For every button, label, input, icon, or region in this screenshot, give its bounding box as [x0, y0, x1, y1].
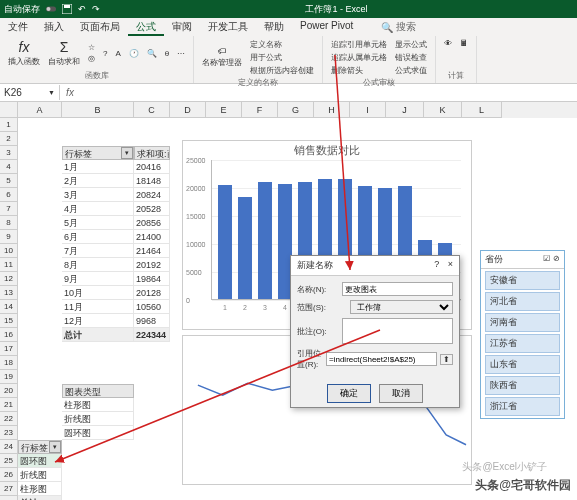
dialog-close-button[interactable]: × — [448, 259, 453, 269]
financial-button[interactable]: ◎ — [86, 53, 97, 64]
autosum-button[interactable]: Σ 自动求和 — [46, 38, 82, 68]
cell[interactable]: 21400 — [134, 230, 170, 244]
trace-dependents-button[interactable]: 追踪从属单元格 — [329, 51, 389, 64]
col-header-C[interactable]: C — [134, 102, 170, 118]
cell[interactable]: 7月 — [62, 244, 134, 258]
cell[interactable]: 圆环图 — [62, 426, 134, 440]
autosave-switch-icon[interactable] — [46, 4, 56, 14]
cell[interactable]: 总计 — [62, 328, 134, 342]
chevron-down-icon[interactable]: ▼ — [48, 89, 55, 96]
bar[interactable] — [218, 185, 232, 299]
slicer-item[interactable]: 河北省 — [485, 292, 560, 311]
col-header-D[interactable]: D — [170, 102, 206, 118]
row-header-26[interactable]: 26 — [0, 468, 18, 482]
bar[interactable] — [258, 182, 272, 299]
row-header-11[interactable]: 11 — [0, 258, 18, 272]
tab-review[interactable]: 审阅 — [164, 18, 200, 36]
calc-options-button[interactable]: 🖩 — [458, 38, 470, 49]
name-input[interactable] — [342, 282, 453, 296]
pivot-filter-button[interactable]: ▾ — [121, 147, 133, 159]
cell[interactable]: 10560 — [134, 300, 170, 314]
row-header-27[interactable]: 27 — [0, 482, 18, 496]
datetime-button[interactable]: 🕐 — [127, 48, 141, 59]
insert-function-button[interactable]: fx 插入函数 — [6, 38, 42, 68]
text-fn-button[interactable]: A — [113, 48, 122, 59]
tab-help[interactable]: 帮助 — [256, 18, 292, 36]
cell[interactable]: 20856 — [134, 216, 170, 230]
row-header-12[interactable]: 12 — [0, 272, 18, 286]
remove-arrows-button[interactable]: 删除箭头 — [329, 64, 389, 77]
row-header-19[interactable]: 19 — [0, 370, 18, 384]
cell[interactable]: 圆环图 — [18, 454, 62, 468]
slicer-multi-icon[interactable]: ☑ — [543, 254, 550, 263]
autosave-toggle[interactable]: 自动保存 — [4, 3, 40, 16]
search-box[interactable]: 🔍 搜索 — [381, 18, 416, 36]
row-header-14[interactable]: 14 — [0, 300, 18, 314]
trace-precedents-button[interactable]: 追踪引用单元格 — [329, 38, 389, 51]
recent-fn-button[interactable]: ☆ — [86, 42, 97, 53]
tab-developer[interactable]: 开发工具 — [200, 18, 256, 36]
row-header-1[interactable]: 1 — [0, 118, 18, 132]
col-header-I[interactable]: I — [350, 102, 386, 118]
tab-powerpivot[interactable]: Power Pivot — [292, 18, 361, 36]
name-box[interactable]: K26 ▼ — [0, 85, 60, 100]
tab-formulas[interactable]: 公式 — [128, 18, 164, 36]
cell[interactable]: 20824 — [134, 188, 170, 202]
cell[interactable]: 折线图 — [18, 468, 62, 482]
row-header-4[interactable]: 4 — [0, 160, 18, 174]
cell[interactable]: 2月 — [62, 174, 134, 188]
col-header-B[interactable]: B — [62, 102, 134, 118]
tab-pagelayout[interactable]: 页面布局 — [72, 18, 128, 36]
col-header-A[interactable]: A — [18, 102, 62, 118]
watch-window-button[interactable]: 👁 — [442, 38, 454, 49]
row-header-13[interactable]: 13 — [0, 286, 18, 300]
cell[interactable]: 8月 — [62, 258, 134, 272]
tab-insert[interactable]: 插入 — [36, 18, 72, 36]
slicer-item[interactable]: 山东省 — [485, 355, 560, 374]
ref-input[interactable] — [326, 352, 437, 366]
slicer-item[interactable]: 河南省 — [485, 313, 560, 332]
define-name-button[interactable]: 定义名称 — [248, 38, 316, 51]
slicer-item[interactable]: 陕西省 — [485, 376, 560, 395]
col-header-L[interactable]: L — [462, 102, 502, 118]
cell[interactable]: 20128 — [134, 286, 170, 300]
row-header-22[interactable]: 22 — [0, 412, 18, 426]
cell[interactable]: 总计 — [18, 496, 62, 500]
cell[interactable]: 11月 — [62, 300, 134, 314]
row-header-21[interactable]: 21 — [0, 398, 18, 412]
col-header-H[interactable]: H — [314, 102, 350, 118]
redo-icon[interactable]: ↷ — [92, 4, 100, 14]
cell[interactable]: 20416 — [134, 160, 170, 174]
cell[interactable]: 4月 — [62, 202, 134, 216]
math-button[interactable]: θ — [163, 48, 171, 59]
more-fn-button[interactable]: ⋯ — [175, 48, 187, 59]
slicer-item[interactable]: 浙江省 — [485, 397, 560, 416]
dialog-help-button[interactable]: ? — [434, 259, 439, 269]
row-header-25[interactable]: 25 — [0, 454, 18, 468]
create-from-sel-button[interactable]: 根据所选内容创建 — [248, 64, 316, 77]
formula-bar[interactable] — [80, 91, 577, 95]
row-header-5[interactable]: 5 — [0, 174, 18, 188]
cell[interactable]: 18148 — [134, 174, 170, 188]
row-header-28[interactable]: 28 — [0, 496, 18, 500]
show-formulas-button[interactable]: 显示公式 — [393, 38, 429, 51]
slicer-item[interactable]: 江苏省 — [485, 334, 560, 353]
row-header-24[interactable]: 24 — [0, 440, 18, 454]
slicer-clear-icon[interactable]: ⊘ — [553, 254, 560, 263]
bar[interactable] — [238, 197, 252, 299]
col-header-G[interactable]: G — [278, 102, 314, 118]
row-header-17[interactable]: 17 — [0, 342, 18, 356]
undo-icon[interactable]: ↶ — [78, 4, 86, 14]
row-header-3[interactable]: 3 — [0, 146, 18, 160]
tab-file[interactable]: 文件 — [0, 18, 36, 36]
save-icon[interactable] — [62, 4, 72, 14]
col-header-K[interactable]: K — [424, 102, 462, 118]
fx-button[interactable]: fx — [60, 87, 80, 98]
row-header-10[interactable]: 10 — [0, 244, 18, 258]
row-header-9[interactable]: 9 — [0, 230, 18, 244]
cell[interactable]: 20192 — [134, 258, 170, 272]
row-header-16[interactable]: 16 — [0, 328, 18, 342]
cell[interactable]: 3月 — [62, 188, 134, 202]
row-header-6[interactable]: 6 — [0, 188, 18, 202]
row-header-18[interactable]: 18 — [0, 356, 18, 370]
